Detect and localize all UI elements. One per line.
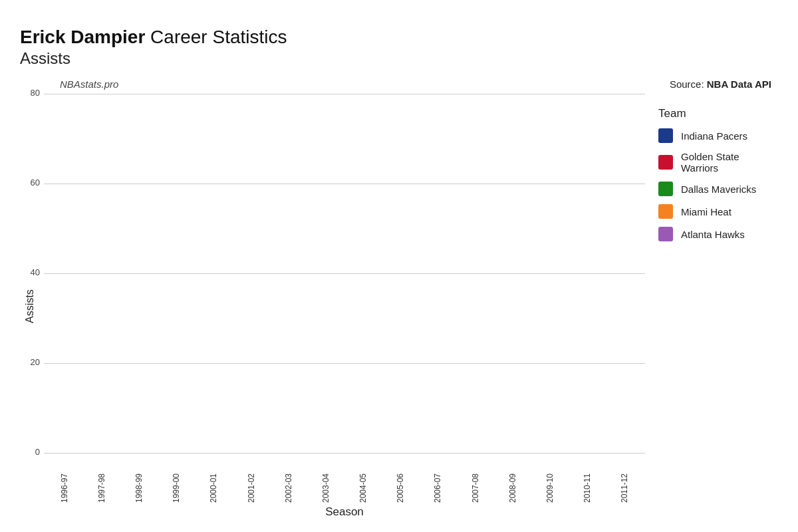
legend-item: Atlanta Hawks	[658, 227, 778, 241]
x-label-cell: 2000-01	[196, 456, 231, 503]
legend-label: Atlanta Hawks	[681, 229, 745, 240]
x-tick-label: 2002-03	[284, 456, 293, 503]
x-label-cell: 2003-04	[308, 456, 343, 503]
legend-swatch	[658, 155, 673, 170]
x-tick-label: 1996-97	[60, 456, 69, 503]
y-tick-label: 0	[19, 447, 40, 457]
x-tick-label: 1998-99	[134, 456, 144, 503]
x-tick-label: 2008-09	[508, 456, 517, 503]
x-tick-label: 2006-07	[433, 456, 442, 503]
plot-wrapper: Assists 806040200 1996-971997-981998-991…	[20, 94, 645, 519]
legend-item: Miami Heat	[658, 204, 778, 219]
source-api: NBA Data API	[707, 78, 771, 90]
x-label-cell: 2007-08	[458, 456, 493, 503]
title-regular: Career Statistics	[145, 27, 287, 47]
legend-item: Indiana Pacers	[658, 128, 778, 143]
legend-label: Indiana Pacers	[681, 130, 747, 142]
x-label-cell: 2002-03	[271, 456, 306, 503]
legend-label: Miami Heat	[681, 206, 732, 217]
x-tick-label: 2000-01	[209, 456, 218, 503]
legend-item: Golden State Warriors	[658, 151, 778, 174]
x-label-cell: 2009-10	[532, 456, 567, 503]
x-tick-label: 2001-02	[247, 456, 256, 503]
bars-row	[44, 94, 645, 454]
x-label-cell: 2010-11	[570, 456, 605, 503]
x-label-cell: 2005-06	[383, 456, 418, 503]
legend-swatch	[658, 128, 673, 143]
legend: Team Indiana PacersGolden State Warriors…	[645, 94, 778, 519]
y-tick-label: 80	[19, 88, 40, 98]
legend-label: Golden State Warriors	[681, 151, 778, 174]
plot-and-legend: Assists 806040200 1996-971997-981998-991…	[20, 94, 778, 519]
x-tick-label: 1999-00	[172, 456, 181, 503]
x-tick-label: 2009-10	[545, 456, 555, 503]
chart-subtitle: Assists	[20, 49, 778, 68]
chart-area: NBAstats.pro Source: NBA Data API Assist…	[20, 78, 778, 519]
legend-label: Dallas Mavericks	[681, 184, 756, 195]
legend-title: Team	[658, 107, 778, 120]
y-tick-label: 40	[19, 267, 40, 277]
legend-item: Dallas Mavericks	[658, 182, 778, 196]
x-label-cell: 2001-02	[233, 456, 269, 503]
x-tick-label: 2010-11	[583, 456, 592, 503]
x-axis-title: Season	[44, 505, 645, 519]
source-row: NBAstats.pro Source: NBA Data API	[20, 78, 778, 90]
x-tick-label: 2003-04	[321, 456, 331, 503]
player-name: Erick Dampier	[20, 27, 145, 47]
grid-and-bars: 806040200	[44, 94, 645, 454]
x-labels: 1996-971997-981998-991999-002000-012001-…	[44, 456, 645, 503]
x-tick-label: 2005-06	[396, 456, 405, 503]
x-tick-label: 1997-98	[97, 456, 106, 503]
source-label: Source: NBA Data API	[670, 78, 771, 90]
legend-items: Indiana PacersGolden State WarriorsDalla…	[658, 128, 778, 241]
chart-container: NBAstats.pro Source: NBA Data API Assist…	[20, 78, 778, 519]
x-label-cell: 2006-07	[420, 456, 456, 503]
x-tick-label: 2004-05	[358, 456, 368, 503]
x-tick-label: 2011-12	[620, 456, 629, 503]
y-tick-label: 20	[19, 357, 40, 367]
x-label-cell: 2008-09	[495, 456, 530, 503]
title-block: Erick Dampier Career Statistics Assists	[20, 27, 778, 68]
x-label-cell: 2011-12	[607, 456, 642, 503]
legend-swatch	[658, 204, 673, 219]
main-title: Erick Dampier Career Statistics	[20, 27, 778, 48]
source-prefix: Source:	[670, 78, 707, 90]
y-tick-label: 60	[19, 178, 40, 188]
x-label-cell: 1998-99	[121, 456, 156, 503]
plot-inner: 806040200 1996-971997-981998-991999-0020…	[44, 94, 645, 519]
legend-swatch	[658, 227, 673, 241]
x-label-cell: 2004-05	[346, 456, 381, 503]
x-label-cell: 1997-98	[84, 456, 119, 503]
x-label-cell: 1999-00	[159, 456, 194, 503]
legend-swatch	[658, 182, 673, 196]
nba-stats-label: NBAstats.pro	[60, 78, 118, 90]
x-label-cell: 1996-97	[47, 456, 82, 503]
x-tick-label: 2007-08	[471, 456, 480, 503]
